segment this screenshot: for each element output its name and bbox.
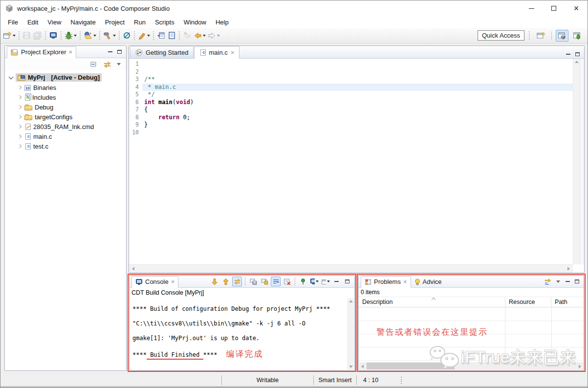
menu-edit[interactable]: Edit xyxy=(23,18,43,27)
maximize-editor-button[interactable] xyxy=(573,50,582,58)
clear-console-button[interactable] xyxy=(282,277,292,286)
close-tab-icon[interactable] xyxy=(231,49,235,56)
menu-file[interactable]: File xyxy=(3,18,23,27)
previous-error-button[interactable] xyxy=(221,277,231,286)
next-error-button[interactable] xyxy=(210,277,219,286)
word-wrap-button[interactable] xyxy=(271,277,281,286)
tree-item-28035-ram-lnk-cmd[interactable]: 28035_RAM_lnk.cmd xyxy=(5,122,126,131)
ccs-edit-perspective-button[interactable] xyxy=(556,30,568,42)
chevron-right-icon[interactable] xyxy=(18,105,22,109)
tree-item-targetconfigs[interactable]: targetConfigs xyxy=(5,112,126,122)
build-button[interactable] xyxy=(102,30,117,42)
tab-problems[interactable]: Problems xyxy=(361,276,411,288)
scroll-right-icon[interactable] xyxy=(567,267,570,271)
tree-item-includes[interactable]: Includes xyxy=(5,92,126,102)
close-view-icon[interactable] xyxy=(68,49,72,55)
save-all-button[interactable] xyxy=(32,30,43,42)
minimize-view-button[interactable] xyxy=(106,48,115,56)
minimize-button[interactable] xyxy=(520,0,543,16)
tab-advice[interactable]: Advice xyxy=(411,276,445,288)
view-menu-icon[interactable] xyxy=(556,280,560,283)
view-menu-icon[interactable] xyxy=(117,63,121,65)
save-button[interactable] xyxy=(22,30,32,42)
show-error-in-editor-button[interactable] xyxy=(232,277,242,286)
chevron-right-icon[interactable] xyxy=(18,144,22,148)
tab-getting-started[interactable]: Getting Started xyxy=(130,46,194,58)
scroll-up-icon[interactable] xyxy=(349,300,353,302)
collapse-all-icon[interactable] xyxy=(90,61,98,68)
tab-main-c[interactable]: main.c xyxy=(194,46,240,59)
forward-button[interactable] xyxy=(207,30,221,42)
maximize-view-button[interactable] xyxy=(115,48,124,56)
chevron-right-icon[interactable] xyxy=(18,134,22,138)
console-body[interactable]: **** Build of configuration Debug for pr… xyxy=(130,298,347,370)
column-resource[interactable]: Resource xyxy=(505,297,551,307)
console-scrollbar[interactable] xyxy=(348,298,354,370)
scroll-down-icon[interactable] xyxy=(349,366,353,368)
code-line-3[interactable]: 3/** xyxy=(129,76,573,84)
new-target-configuration-button[interactable] xyxy=(48,30,59,42)
menu-project[interactable]: Project xyxy=(101,18,130,27)
search-button[interactable] xyxy=(122,30,132,42)
back-button[interactable] xyxy=(193,30,207,42)
last-edit-location-button[interactable] xyxy=(182,30,193,42)
chevron-right-icon[interactable] xyxy=(18,125,22,129)
maximize-problems-button[interactable] xyxy=(572,278,582,286)
tree-item-main-c[interactable]: main.c xyxy=(5,131,126,141)
tab-console[interactable]: Console xyxy=(131,276,178,288)
code-line-6[interactable]: 6int main(void) xyxy=(129,99,573,107)
code-line-2[interactable]: 2 xyxy=(129,68,573,76)
minimize-problems-button[interactable] xyxy=(563,278,572,286)
tree-item-binaries[interactable]: Binaries xyxy=(5,83,126,92)
scroll-left-icon[interactable] xyxy=(361,365,364,368)
filter-icon[interactable] xyxy=(544,278,552,285)
save-console-output-button[interactable] xyxy=(248,277,258,286)
quick-access-button[interactable]: Quick Access xyxy=(478,30,524,41)
code-line-10[interactable]: 10 xyxy=(129,129,573,137)
close-view-icon[interactable] xyxy=(403,279,407,285)
menu-scripts[interactable]: Scripts xyxy=(151,18,179,27)
chevron-right-icon[interactable] xyxy=(18,95,22,99)
code-line-4[interactable]: 4 * main.c xyxy=(129,84,573,91)
scroll-right-icon[interactable] xyxy=(579,365,581,368)
document-arrow-button[interactable] xyxy=(156,30,167,42)
pin-console-button[interactable] xyxy=(298,277,308,286)
code-editor[interactable]: 123/**4 * main.c5 */6int main(void)7{8 r… xyxy=(129,59,573,264)
maximize-console-button[interactable] xyxy=(343,278,352,286)
code-line-9[interactable]: 9} xyxy=(129,121,573,129)
close-button[interactable] xyxy=(565,0,588,16)
scroll-lock-button[interactable] xyxy=(260,277,269,286)
display-selected-console-button[interactable] xyxy=(309,277,319,286)
tree-item-test-c[interactable]: test.c xyxy=(5,141,126,151)
maximize-button[interactable] xyxy=(543,0,565,16)
chevron-right-icon[interactable] xyxy=(18,86,22,89)
menu-navigate[interactable]: Navigate xyxy=(66,18,100,27)
code-line-7[interactable]: 7{ xyxy=(129,106,573,114)
menu-window[interactable]: Window xyxy=(179,18,211,27)
column-description[interactable]: Description xyxy=(359,297,505,307)
close-view-icon[interactable] xyxy=(171,279,175,285)
link-with-editor-icon[interactable] xyxy=(103,61,111,68)
minimize-editor-button[interactable] xyxy=(564,50,573,58)
document-button[interactable] xyxy=(167,30,177,42)
minimize-console-button[interactable] xyxy=(332,278,341,286)
open-perspective-button[interactable] xyxy=(534,30,547,42)
code-line-1[interactable]: 1 xyxy=(129,61,573,68)
new-wizard-button[interactable] xyxy=(2,30,17,42)
open-console-button[interactable] xyxy=(321,277,330,286)
tree-item-debug[interactable]: Debug xyxy=(5,102,126,112)
column-path[interactable]: Path xyxy=(551,297,583,307)
chevron-right-icon[interactable] xyxy=(18,115,22,119)
menu-view[interactable]: View xyxy=(43,18,66,27)
chevron-down-icon[interactable] xyxy=(9,74,14,79)
code-line-5[interactable]: 5 */ xyxy=(129,91,573,99)
menu-run[interactable]: Run xyxy=(130,18,151,27)
code-line-8[interactable]: 8 return 0; xyxy=(129,114,573,122)
editor-vertical-scrollbar[interactable] xyxy=(573,59,580,264)
tree-item-myprj[interactable]: MyPrj [Active - Debug] xyxy=(5,72,126,83)
debug-button[interactable] xyxy=(64,30,78,42)
editor-horizontal-scrollbar[interactable] xyxy=(129,264,573,273)
ccs-debug-perspective-button[interactable] xyxy=(571,30,584,42)
flash-button[interactable] xyxy=(83,30,97,42)
scroll-left-icon[interactable] xyxy=(132,267,134,271)
